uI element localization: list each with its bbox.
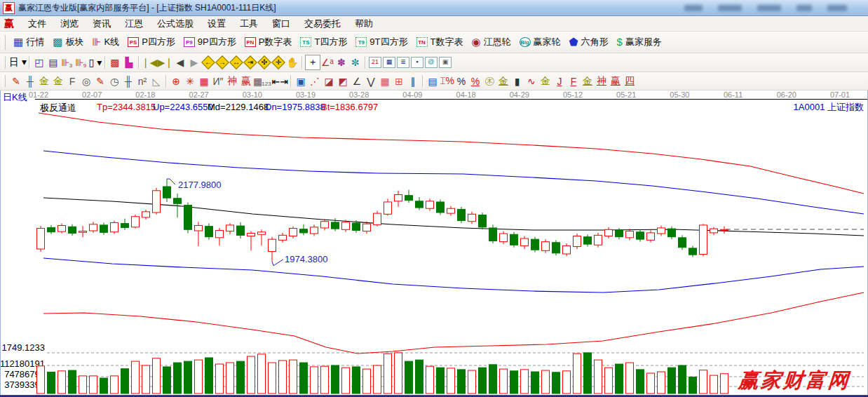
toolbar-button-compress-all-diamond[interactable]: ✛	[271, 55, 285, 69]
toolbar-button-jump-first-button[interactable]: ❘◀	[142, 55, 158, 69]
menu-item-浏览[interactable]: 浏览	[53, 16, 86, 32]
toolbar-button-n2-ruler-tool[interactable]: n²	[135, 74, 149, 88]
toolbar-button-document-icon[interactable]: ▤	[46, 55, 60, 69]
toolbar-button-9t-square[interactable]: T99T四方形	[351, 34, 412, 50]
toolbar-button-save-button[interactable]: ▪	[410, 55, 424, 69]
toolbar-button-t-number[interactable]: TNT数字表	[412, 34, 468, 50]
toolbar-button-gold-circle-tool[interactable]: ㊍	[482, 74, 496, 88]
toolbar-button-calendar-button[interactable]: 21	[368, 55, 382, 69]
toolbar-button-kline[interactable]: ⊪K线	[88, 34, 123, 50]
toolbar-button-candle-style-dropdown[interactable]: ▯ ▾	[88, 55, 102, 69]
toolbar-button-fan-lines-tool[interactable]: ⋰	[308, 74, 322, 88]
toolbar-button-red-grid-corner-tool[interactable]: ⊞	[392, 74, 406, 88]
toolbar-button-kline-9-icon[interactable]: ⊪9	[74, 55, 88, 69]
toolbar-button-red-grid-tool[interactable]: ▦	[197, 74, 211, 88]
toolbar-button-ying-angle-tool[interactable]: 赢	[609, 74, 623, 88]
menu-item-资讯[interactable]: 资讯	[86, 16, 118, 32]
toolbar-button-fan-box-tool[interactable]: ◪	[322, 74, 336, 88]
toolbar-button-blue-box-tool[interactable]: ▣	[294, 74, 308, 88]
toolbar-button-kline-3-icon[interactable]: ⊪3	[60, 55, 74, 69]
toolbar-button-candle-brush-tool[interactable]: ▮	[510, 74, 524, 88]
toolbar-button-indicator-list-tool[interactable]: ▤	[426, 74, 440, 88]
toolbar-button-gold-angle-tool[interactable]: 金	[581, 74, 595, 88]
menu-item-帮助[interactable]: 帮助	[348, 16, 380, 32]
menu-item-窗口[interactable]: 窗口	[265, 16, 297, 32]
toolbar-button-percent-under-tool[interactable]: %	[468, 74, 482, 88]
toolbar-button-h-expand-diamond[interactable]: ↔	[229, 55, 243, 69]
toolbar-button-trend-lines-tool[interactable]: ∠	[350, 74, 364, 88]
toolbar-button-percent-line-tool[interactable]: ⌶%	[440, 74, 454, 88]
toolbar-button-f-angle-tool[interactable]: F	[567, 74, 581, 88]
toolbar-button-crosshair-circle-tool[interactable]: ⊕	[169, 74, 183, 88]
toolbar-button-protractor-tool[interactable]: ◺	[149, 74, 163, 88]
toolbar-button-color-histogram-icon[interactable]: ▙	[122, 55, 136, 69]
toolbar-button-period-day-dropdown[interactable]: 日 ▾	[9, 55, 27, 69]
toolbar-button-gold-ruler-tool-2[interactable]: 金	[51, 74, 65, 88]
toolbar-button-h-compress-diamond[interactable]: ⇥	[243, 55, 257, 69]
toolbar-button-hatch-lines-tool[interactable]: ∥	[406, 74, 420, 88]
toolbar-button-gann-grid-icon[interactable]: ▩	[108, 55, 122, 69]
toolbar-button-gold-ruler-tool[interactable]: 金	[37, 74, 51, 88]
toolbar-button-j-angle-tool[interactable]: J	[552, 74, 567, 88]
toolbar-button-winner-wheel[interactable]: Big赢家轮	[515, 34, 565, 50]
toolbar-button-v-lines-tool[interactable]: ⋁	[364, 74, 378, 88]
toolbar-button-p-square[interactable]: PSP四方形	[123, 34, 179, 50]
toolbar-button-wave-tool[interactable]: ∿	[524, 74, 538, 88]
menu-item-公式选股[interactable]: 公式选股	[150, 16, 201, 32]
toolbar-button-starburst-tool[interactable]: ✳	[183, 74, 197, 88]
toolbar-button-ruler-hash-tool[interactable]: ╫	[23, 74, 37, 88]
toolbar-button-clock-circle-tool[interactable]: ◷	[107, 74, 121, 88]
toolbar-button-web-refresh-button[interactable]: @	[424, 55, 438, 69]
toolbar-button-step-forward-button[interactable]: ▶	[187, 55, 201, 69]
toolbar-button-f-ruler-tool[interactable]: F	[65, 74, 79, 88]
toolbar-button-t-square[interactable]: TST四方形	[296, 34, 351, 50]
toolbar-button-flower-tool-teal[interactable]: ✼	[348, 55, 362, 69]
menu-item-交易委托[interactable]: 交易委托	[297, 16, 348, 32]
toolbar-button-shen-angle-tool[interactable]: 神	[595, 74, 609, 88]
toolbar-button-sectors[interactable]: ▩板块	[48, 34, 88, 50]
menu-item-设置[interactable]: 设置	[201, 16, 233, 32]
toolbar-button-ying-tool[interactable]: 赢	[239, 74, 253, 88]
candlestick-chart-canvas[interactable]: 1749.123311218019174786794373933972177.9…	[0, 90, 868, 397]
toolbar-button-9p-square[interactable]: P99P四方形	[179, 34, 240, 50]
toolbar-button-shen-tool[interactable]: 神	[225, 74, 239, 88]
toolbar-button-fan-box-tool-2[interactable]: ◩	[336, 74, 350, 88]
toolbar-button-grid-123-tool[interactable]: ▦123	[253, 74, 272, 88]
toolbar-button-gold-lines-tool-2[interactable]: 金	[538, 74, 552, 88]
toolbar-button-step-back-button[interactable]: ◀	[173, 55, 187, 69]
toolbar-button-pan-hand-button[interactable]: ✋	[285, 55, 299, 69]
toolbar-button-si-angle-tool[interactable]: 四	[623, 74, 637, 88]
title-bar[interactable]: 赢 赢家江恩专业版[赢家内部服务平台] - [上证指数 SH1A0001-111…	[0, 0, 868, 16]
toolbar-button-p-number[interactable]: PNP数字表	[240, 34, 297, 50]
toolbar-button-angle-tool-button[interactable]: ∠ᵃ	[320, 55, 334, 69]
toolbar-button-red-grid-tool-2[interactable]: ▦	[378, 74, 392, 88]
toolbar-button-jump-last-button[interactable]: ▶❘	[157, 55, 173, 69]
toolbar-grip[interactable]	[2, 75, 6, 88]
toolbar-button-hexagon[interactable]: ⬟六角形	[565, 34, 613, 50]
toolbar-button-hash-ruler-tool-2[interactable]: ╫	[121, 74, 135, 88]
toolbar-grip[interactable]	[2, 35, 6, 50]
toolbar-grip[interactable]	[2, 56, 6, 69]
toolbar-button-zoom-right-diamond[interactable]: →	[215, 55, 229, 69]
toolbar-button-percent-tool[interactable]: %	[454, 74, 468, 88]
toolbar-button-notepad-button[interactable]: ≣	[396, 55, 410, 69]
toolbar-button-brush-tool[interactable]: ✎	[9, 74, 23, 88]
toolbar-button-gold-lines-tool[interactable]: 金	[496, 74, 510, 88]
toolbar-button-expand-all-diamond[interactable]: ✣	[257, 55, 271, 69]
menu-item-文件[interactable]: 文件	[21, 16, 53, 32]
toolbar-button-zoom-left-diamond[interactable]: ←	[201, 55, 215, 69]
toolbar-button-calculator-button[interactable]: ▦	[382, 55, 396, 69]
toolbar-button-width-arrows-tool[interactable]: ⇤⇥	[272, 74, 288, 88]
toolbar-button-brush-tool-2[interactable]: ✎	[93, 74, 107, 88]
toolbar-button-flower-tool-purple[interactable]: ✽	[334, 55, 348, 69]
menu-item-工具[interactable]: 工具	[233, 16, 265, 32]
toolbar-button-crosshair-button[interactable]: ＋	[305, 55, 320, 70]
toolbar-button-gann-wheel[interactable]: ◉江恩轮	[467, 34, 515, 50]
toolbar-button-quotes[interactable]: ▦行情	[9, 34, 48, 50]
toolbar-button-remote-pc-button[interactable]: ▣	[438, 55, 452, 69]
menu-item-江恩[interactable]: 江恩	[118, 16, 150, 32]
toolbar-button-gann-angle-tool[interactable]: И″	[211, 74, 225, 88]
toolbar-button-spiral-tool[interactable]: ◎	[79, 74, 93, 88]
toolbar-button-winner-service[interactable]: $赢家服务	[613, 34, 666, 50]
toolbar-button-zigzag-window-icon[interactable]: ◰	[32, 55, 46, 69]
